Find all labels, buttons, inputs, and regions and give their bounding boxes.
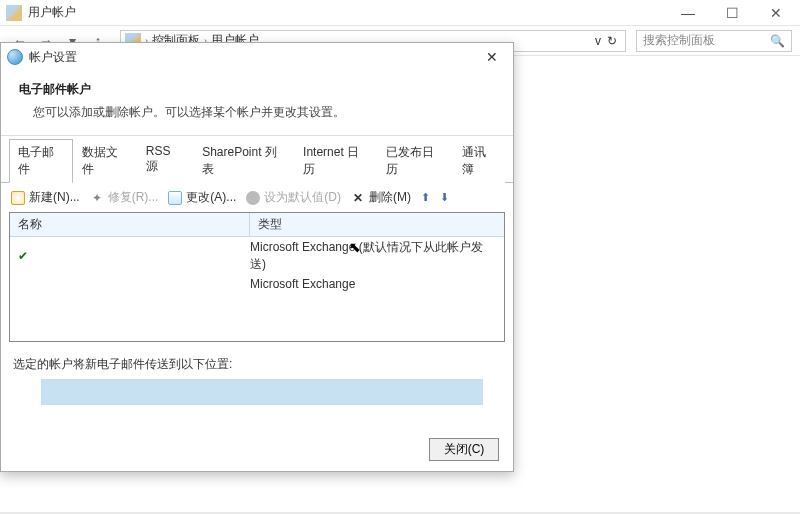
set-default-button: 设为默认值(D) — [246, 189, 341, 206]
new-button[interactable]: 新建(N)... — [11, 189, 80, 206]
breadcrumb-refresh-icon[interactable]: ↻ — [607, 34, 617, 48]
breadcrumb-right-controls: v ↻ — [595, 34, 621, 48]
tab-sharepoint[interactable]: SharePoint 列表 — [193, 139, 294, 183]
default-icon — [246, 191, 260, 205]
move-down-button[interactable]: ⬇ — [440, 191, 449, 204]
close-button[interactable]: 关闭(C) — [429, 438, 499, 461]
tab-rss[interactable]: RSS 源 — [137, 139, 193, 183]
tab-pub-cal[interactable]: 已发布日历 — [377, 139, 452, 183]
minimize-button[interactable]: — — [666, 0, 710, 26]
delete-label: 删除(M) — [369, 189, 411, 206]
main-close-button[interactable]: ✕ — [754, 0, 798, 26]
window-buttons: — ☐ ✕ — [666, 0, 798, 26]
search-placeholder: 搜索控制面板 — [643, 32, 715, 49]
col-name[interactable]: 名称 — [10, 213, 250, 236]
repair-label: 修复(R)... — [108, 189, 159, 206]
dialog-close-button[interactable]: ✕ — [477, 46, 507, 68]
set-default-label: 设为默认值(D) — [264, 189, 341, 206]
account-list: 名称 类型 ✔ Microsoft Exchange (默认情况下从此帐户发送)… — [9, 212, 505, 342]
move-up-button[interactable]: ⬆ — [421, 191, 430, 204]
dialog-header-block: 电子邮件帐户 您可以添加或删除帐户。可以选择某个帐户并更改其设置。 — [1, 71, 513, 136]
account-settings-dialog: 帐户设置 ✕ 电子邮件帐户 您可以添加或删除帐户。可以选择某个帐户并更改其设置。… — [0, 42, 514, 472]
new-label: 新建(N)... — [29, 189, 80, 206]
dialog-titlebar: 帐户设置 ✕ — [1, 43, 513, 71]
dialog-description: 您可以添加或删除帐户。可以选择某个帐户并更改其设置。 — [19, 104, 495, 121]
search-icon: 🔍 — [770, 34, 785, 48]
dialog-title: 帐户设置 — [29, 49, 477, 66]
dialog-tabs: 电子邮件 数据文件 RSS 源 SharePoint 列表 Internet 日… — [1, 138, 513, 182]
row-type-cell: Microsoft Exchange (默认情况下从此帐户发送) — [250, 239, 496, 273]
dialog-toolbar: 新建(N)... ✦ 修复(R)... 更改(A)... 设为默认值(D) ✕ … — [1, 183, 513, 212]
search-input[interactable]: 搜索控制面板 🔍 — [636, 30, 792, 52]
maximize-button[interactable]: ☐ — [710, 0, 754, 26]
change-button[interactable]: 更改(A)... — [168, 189, 236, 206]
delete-button[interactable]: ✕ 删除(M) — [351, 189, 411, 206]
tab-datafiles[interactable]: 数据文件 — [73, 139, 137, 183]
tab-contacts[interactable]: 通讯簿 — [453, 139, 505, 183]
repair-icon: ✦ — [90, 191, 104, 205]
col-type[interactable]: 类型 — [250, 213, 504, 236]
user-accounts-icon — [6, 5, 22, 21]
list-row[interactable]: ✔ Microsoft Exchange (默认情况下从此帐户发送) — [10, 237, 504, 275]
change-label: 更改(A)... — [186, 189, 236, 206]
delete-icon: ✕ — [351, 191, 365, 205]
dialog-heading: 电子邮件帐户 — [19, 81, 495, 98]
breadcrumb-dropdown-icon[interactable]: v — [595, 34, 601, 48]
new-icon — [11, 191, 25, 205]
main-window-title: 用户帐户 — [28, 4, 666, 21]
deliver-value — [41, 379, 483, 405]
list-row[interactable]: Microsoft Exchange — [10, 275, 504, 293]
deliver-label: 选定的帐户将新电子邮件传送到以下位置: — [13, 356, 513, 373]
list-header: 名称 类型 — [10, 213, 504, 237]
row-type-cell: Microsoft Exchange — [250, 277, 496, 291]
repair-button: ✦ 修复(R)... — [90, 189, 159, 206]
change-icon — [168, 191, 182, 205]
dialog-footer: 关闭(C) — [1, 428, 513, 471]
dialog-icon — [7, 49, 23, 65]
tab-internet-cal[interactable]: Internet 日历 — [294, 139, 377, 183]
main-titlebar: 用户帐户 — ☐ ✕ — [0, 0, 800, 26]
tab-email[interactable]: 电子邮件 — [9, 139, 73, 183]
check-icon: ✔ — [18, 249, 34, 263]
